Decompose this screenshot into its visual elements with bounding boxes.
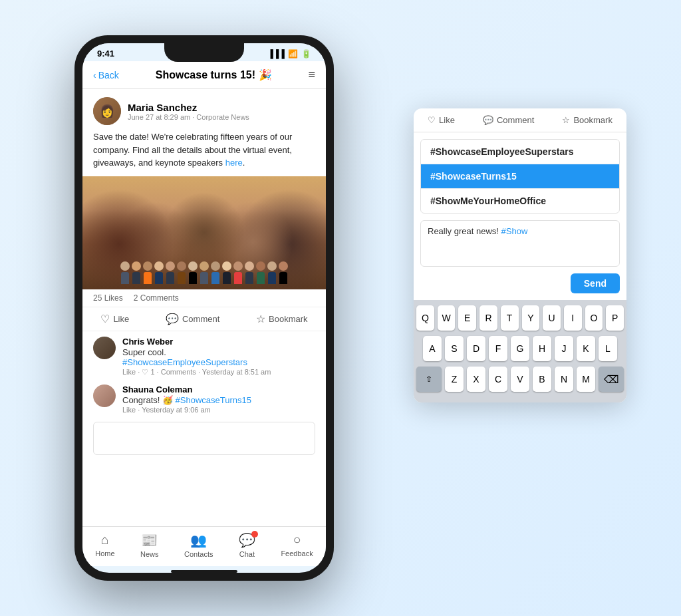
post-text: Save the date! We're celebrating fifteen… [82,130,326,176]
input-text-content: Really great news! #Show [428,226,613,261]
status-icons: ▐▐▐ 📶 🔋 [267,49,311,59]
comment-2-meta: Like · Yesterday at 9:06 am [122,406,251,414]
key-c[interactable]: C [489,367,507,392]
key-e[interactable]: E [458,305,476,331]
key-y[interactable]: Y [522,305,540,331]
person-11 [233,261,243,284]
key-v[interactable]: V [511,367,529,392]
key-n[interactable]: N [555,367,573,392]
key-d[interactable]: D [467,336,485,361]
key-u[interactable]: U [543,305,561,331]
avatar-image: 👩 [93,97,121,125]
key-z[interactable]: Z [445,367,464,392]
key-o[interactable]: O [585,305,603,331]
hashtag-item-3[interactable]: #ShowMeYourHomeOffice [421,189,619,213]
nav-chat[interactable]: 💬 Chat [239,532,255,558]
key-m[interactable]: M [577,367,595,392]
chat-badge [251,531,258,538]
key-x[interactable]: X [467,367,485,392]
comment-1-tag[interactable]: #ShowcaseEmployeeSuperstars [122,357,247,367]
post-actions: ♡ Like 💬 Comment ☆ Bookmark [82,307,326,331]
key-backspace[interactable]: ⌫ [599,367,624,392]
key-f[interactable]: F [489,336,507,361]
post-stats: 25 Likes 2 Comments [82,289,326,307]
nav-contacts[interactable]: 👥 Contacts [184,532,213,558]
comment-1-name: Chris Weber [122,337,271,347]
bookmark-button[interactable]: ☆ Bookmark [256,313,308,325]
person-8 [200,261,209,284]
popup-bookmark-icon: ☆ [562,115,570,125]
person-10 [222,261,231,284]
status-time: 9:41 [97,49,114,59]
bookmark-label: Bookmark [269,314,308,324]
nav-home-label: Home [95,549,114,557]
heart-icon: ♡ [100,313,110,325]
person-4 [154,261,164,284]
key-l[interactable]: L [599,336,617,361]
person-13 [256,261,265,284]
contacts-icon: 👥 [190,532,207,548]
popup-bookmark-button[interactable]: ☆ Bookmark [562,115,613,125]
comments-count: 2 Comments [134,293,179,303]
comment-button[interactable]: 💬 Comment [166,313,219,325]
key-k[interactable]: K [577,336,595,361]
comments-section: Chris Weber Super cool. #ShowcaseEmploye… [82,331,326,527]
hashtag-item-1[interactable]: #ShowcaseEmployeeSuperstars [421,140,619,164]
key-i[interactable]: I [564,305,582,331]
key-a[interactable]: A [423,336,442,361]
post-text-before: Save the date! We're celebrating fifteen… [93,132,292,168]
nav-chat-label: Chat [239,550,255,558]
comment-1-text: Super cool. #ShowcaseEmployeeSuperstars [122,347,271,367]
key-r[interactable]: R [479,305,497,331]
popup-text-input[interactable]: Really great news! #Show [420,220,620,267]
key-t[interactable]: T [501,305,519,331]
nav-news[interactable]: 📰 News [140,532,159,558]
author-info: Maria Sanchez June 27 at 8:29 am · Corpo… [128,102,249,121]
key-j[interactable]: J [555,336,573,361]
scroll-area: 👩 Maria Sanchez June 27 at 8:29 am · Cor… [82,89,326,526]
comment-2-tag[interactable]: #ShowcaseTurns15 [176,395,251,405]
hashtag-item-2[interactable]: #ShowcaseTurns15 [421,164,619,189]
menu-icon[interactable]: ≡ [308,68,315,82]
hashtag-dropdown: #ShowcaseEmployeeSuperstars #ShowcaseTur… [420,139,620,214]
comment-1-avatar [93,337,116,359]
person-14 [267,261,277,284]
back-label: Back [98,70,119,80]
key-g[interactable]: G [511,336,529,361]
author-name: Maria Sanchez [128,102,249,113]
key-w[interactable]: W [438,305,456,331]
send-button[interactable]: Send [571,273,620,293]
key-h[interactable]: H [533,336,551,361]
nav-feedback[interactable]: ○ Feedback [281,532,313,558]
comment-2-avatar [93,385,116,407]
person-6 [177,261,186,284]
person-1 [120,261,130,284]
input-plain-text: Really great news! [428,226,501,236]
comment-input[interactable] [93,422,315,455]
nav-home[interactable]: ⌂ Home [95,532,114,558]
like-button[interactable]: ♡ Like [100,313,129,325]
post-link[interactable]: here [225,158,243,168]
key-b[interactable]: B [533,367,551,392]
home-icon: ⌂ [101,532,109,547]
popup-like-button[interactable]: ♡ Like [428,115,455,125]
news-icon: 📰 [141,532,158,548]
signal-icon: ▐▐▐ [267,49,285,59]
keyboard-row-1: Q W E R T Y U I O P [416,305,624,331]
author-avatar: 👩 [93,97,121,125]
likes-count: 25 Likes [93,293,123,303]
send-row: Send [414,273,626,300]
person-9 [211,261,220,284]
bookmark-icon: ☆ [256,313,265,325]
comment-2-name: Shauna Coleman [122,385,251,394]
key-p[interactable]: P [606,305,624,331]
popup-bookmark-label: Bookmark [573,115,613,125]
post-text-after: . [243,158,245,168]
key-shift[interactable]: ⇧ [416,367,442,392]
back-chevron-icon: ‹ [93,70,96,80]
popup-comment-button[interactable]: 💬 Comment [483,115,534,125]
key-s[interactable]: S [445,336,464,361]
person-15 [279,261,288,284]
back-button[interactable]: ‹ Back [93,70,119,80]
key-q[interactable]: Q [416,305,434,331]
